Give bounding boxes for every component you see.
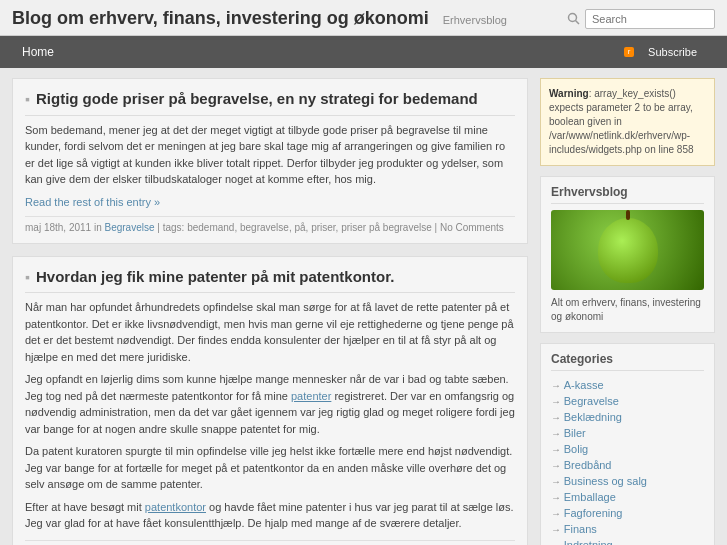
category-item: Beklædning bbox=[551, 409, 704, 425]
header: Blog om erhverv, finans, investering og … bbox=[0, 0, 727, 36]
apple-shape bbox=[598, 218, 658, 283]
category-item: Biler bbox=[551, 425, 704, 441]
warning-label: Warning bbox=[549, 88, 589, 99]
warning-box: Warning: array_key_exists() expects para… bbox=[540, 78, 715, 166]
apple-stem bbox=[626, 210, 630, 220]
apple-image bbox=[551, 210, 704, 290]
post-category-link[interactable]: Begravelse bbox=[105, 222, 155, 233]
category-link[interactable]: Business og salg bbox=[564, 475, 647, 487]
category-item: Begravelse bbox=[551, 393, 704, 409]
nav-bar: Home r Subscribe bbox=[0, 36, 727, 68]
category-link[interactable]: A-kasse bbox=[564, 379, 604, 391]
post-title: ▪ Hvordan jeg fik mine patenter på mit p… bbox=[25, 267, 515, 294]
category-item: Fagforening bbox=[551, 505, 704, 521]
post-meta: maj 18th, 2011 in Begravelse | tags: bed… bbox=[25, 216, 515, 233]
category-item: Emballage bbox=[551, 489, 704, 505]
post-date: maj 18th, 2011 in bbox=[25, 222, 102, 233]
category-item: Business og salg bbox=[551, 473, 704, 489]
widget-title: Erhvervsblog bbox=[551, 185, 704, 204]
categories-list: A-kasseBegravelseBeklædningBilerBoligBre… bbox=[551, 377, 704, 545]
category-link[interactable]: Bredbånd bbox=[564, 459, 612, 471]
svg-line-1 bbox=[576, 20, 580, 24]
post-title-text: Hvordan jeg fik mine patenter på mit pat… bbox=[36, 267, 394, 287]
patentkontor-link[interactable]: patentkontor bbox=[145, 501, 206, 513]
erhvervsblog-widget: Erhvervsblog Alt om erhverv, finans, inv… bbox=[540, 176, 715, 333]
category-link[interactable]: Emballage bbox=[564, 491, 616, 503]
post-item: ▪ Hvordan jeg fik mine patenter på mit p… bbox=[12, 256, 528, 546]
post-meta: april 1st, 2011 in Business og salg, Pat… bbox=[25, 540, 515, 546]
post-title-text: Rigtig gode priser på begravelse, en ny … bbox=[36, 89, 478, 109]
post-no-comments: No Comments bbox=[440, 222, 504, 233]
post-body-1: Når man har opfundet århundredets opfind… bbox=[25, 299, 515, 365]
site-subtitle: Erhvervsblog bbox=[443, 14, 507, 26]
post-title: ▪ Rigtig gode priser på begravelse, en n… bbox=[25, 89, 515, 116]
post-body-3: Da patent kuratoren spurgte til min opfi… bbox=[25, 443, 515, 493]
post-item: ▪ Rigtig gode priser på begravelse, en n… bbox=[12, 78, 528, 244]
post-icon: ▪ bbox=[25, 91, 30, 107]
category-link[interactable]: Fagforening bbox=[564, 507, 623, 519]
post-tags-label: tags: bbox=[163, 222, 185, 233]
category-link[interactable]: Bolig bbox=[564, 443, 588, 455]
nav-home[interactable]: Home bbox=[12, 39, 64, 65]
category-item: Bredbånd bbox=[551, 457, 704, 473]
category-link[interactable]: Indretning bbox=[564, 539, 613, 545]
search-icon bbox=[567, 12, 581, 26]
content-wrapper: ▪ Rigtig gode priser på begravelse, en n… bbox=[0, 68, 727, 545]
svg-point-0 bbox=[569, 13, 577, 21]
rss-icon: r bbox=[624, 47, 634, 57]
search-box bbox=[567, 9, 715, 29]
widget-description: Alt om erhverv, finans, investering og ø… bbox=[551, 296, 704, 324]
category-item: Bolig bbox=[551, 441, 704, 457]
category-link[interactable]: Begravelse bbox=[564, 395, 619, 407]
patenter-link[interactable]: patenter bbox=[291, 390, 331, 402]
read-more-link[interactable]: Read the rest of this entry » bbox=[25, 196, 515, 208]
category-item: Indretning bbox=[551, 537, 704, 545]
post-body: Som bedemand, mener jeg at det der meget… bbox=[25, 122, 515, 188]
subscribe-area: r Subscribe bbox=[616, 36, 715, 68]
subscribe-link[interactable]: Subscribe bbox=[638, 40, 707, 64]
search-input[interactable] bbox=[585, 9, 715, 29]
category-item: A-kasse bbox=[551, 377, 704, 393]
category-link[interactable]: Beklædning bbox=[564, 411, 622, 423]
category-item: Finans bbox=[551, 521, 704, 537]
sidebar: Warning: array_key_exists() expects para… bbox=[540, 78, 715, 545]
site-title: Blog om erhverv, finans, investering og … bbox=[12, 8, 429, 29]
post-body-4: Efter at have besøgt mit patentkontor og… bbox=[25, 499, 515, 532]
post-tags: bedemand, begravelse, på, priser, priser… bbox=[187, 222, 432, 233]
categories-widget: Categories A-kasseBegravelseBeklædningBi… bbox=[540, 343, 715, 545]
category-link[interactable]: Biler bbox=[564, 427, 586, 439]
main-content: ▪ Rigtig gode priser på begravelse, en n… bbox=[12, 78, 528, 545]
post-icon: ▪ bbox=[25, 269, 30, 285]
categories-title: Categories bbox=[551, 352, 704, 371]
category-link[interactable]: Finans bbox=[564, 523, 597, 535]
post-body-2: Jeg opfandt en løjerlig dims som kunne h… bbox=[25, 371, 515, 437]
